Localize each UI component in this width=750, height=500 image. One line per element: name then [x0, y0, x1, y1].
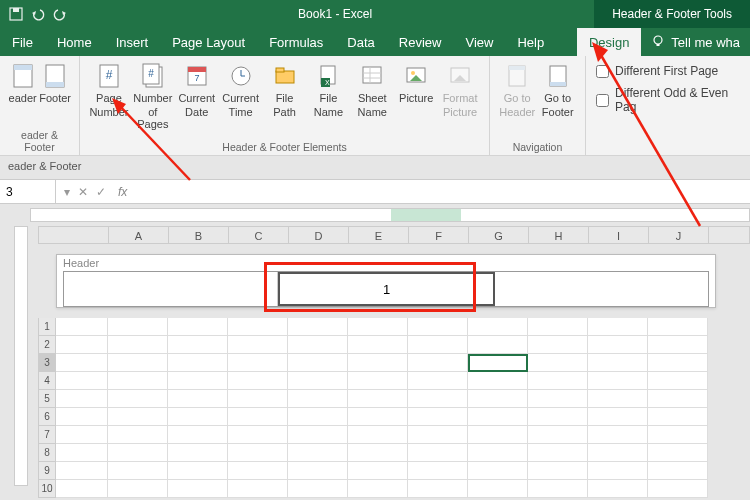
- svg-rect-21: [276, 71, 294, 83]
- current-time-button[interactable]: CurrentTime: [220, 60, 262, 139]
- undo-icon[interactable]: [30, 6, 46, 22]
- window-title: Book1 - Excel: [76, 7, 594, 21]
- dropdown-icon[interactable]: ▾: [64, 185, 70, 199]
- svg-rect-26: [363, 67, 381, 83]
- tab-page-layout[interactable]: Page Layout: [160, 28, 257, 56]
- tell-me[interactable]: Tell me wha: [641, 34, 750, 51]
- ribbon-tabs: File Home Insert Page Layout Formulas Da…: [0, 28, 750, 56]
- worksheet-area: ABCDEFGHIJ Header 1 12345678910: [0, 204, 750, 500]
- header-right[interactable]: [495, 272, 708, 306]
- tab-data[interactable]: Data: [335, 28, 386, 56]
- different-first-page-checkbox[interactable]: Different First Page: [596, 64, 740, 78]
- file-path-button[interactable]: FilePath: [264, 60, 306, 139]
- title-bar: Book1 - Excel Header & Footer Tools: [0, 0, 750, 28]
- name-box[interactable]: 3: [0, 180, 56, 203]
- tab-view[interactable]: View: [453, 28, 505, 56]
- goto-header-button: Go toHeader: [498, 60, 537, 139]
- tab-formulas[interactable]: Formulas: [257, 28, 335, 56]
- tab-design[interactable]: Design: [577, 28, 641, 56]
- file-name-button[interactable]: XFileName: [307, 60, 349, 139]
- group-options: Different First Page Different Odd & Eve…: [586, 56, 750, 155]
- svg-point-4: [654, 36, 662, 44]
- svg-rect-16: [188, 67, 206, 72]
- svg-point-31: [411, 71, 415, 75]
- tab-help[interactable]: Help: [505, 28, 556, 56]
- ribbon-sublabel: eader & Footer: [0, 156, 750, 180]
- ribbon: eader Footer eader & Footer #PageNumber …: [0, 56, 750, 156]
- svg-rect-5: [657, 44, 660, 46]
- save-icon[interactable]: [8, 6, 24, 22]
- row-headers[interactable]: 12345678910: [38, 318, 56, 498]
- annotation-red-box: [264, 262, 476, 312]
- svg-rect-36: [509, 66, 525, 70]
- svg-rect-7: [14, 65, 32, 70]
- svg-text:#: #: [106, 68, 113, 82]
- header-left[interactable]: [64, 272, 278, 306]
- format-picture-button: FormatPicture: [439, 60, 481, 139]
- tab-home[interactable]: Home: [45, 28, 104, 56]
- horizontal-ruler: [30, 208, 750, 222]
- column-headers[interactable]: ABCDEFGHIJ: [38, 226, 750, 244]
- redo-icon[interactable]: [52, 6, 68, 22]
- header-button[interactable]: eader: [8, 60, 37, 127]
- group-header-footer: eader Footer eader & Footer: [0, 56, 80, 155]
- svg-rect-22: [276, 68, 284, 72]
- enter-icon[interactable]: ✓: [96, 185, 106, 199]
- sheet-name-button[interactable]: SheetName: [351, 60, 393, 139]
- svg-rect-38: [550, 82, 566, 86]
- fx-label[interactable]: fx: [114, 185, 131, 199]
- tab-review[interactable]: Review: [387, 28, 454, 56]
- group-header-footer-elements: #PageNumber #Numberof Pages 7CurrentDate…: [80, 56, 490, 155]
- vertical-ruler: [14, 226, 28, 486]
- page-number-button[interactable]: #PageNumber: [88, 60, 130, 139]
- group-navigation: Go toHeader Go toFooter Navigation: [490, 56, 586, 155]
- tab-file[interactable]: File: [0, 28, 45, 56]
- svg-rect-1: [13, 8, 19, 12]
- cancel-icon[interactable]: ✕: [78, 185, 88, 199]
- current-date-button[interactable]: 7CurrentDate: [176, 60, 218, 139]
- picture-button[interactable]: Picture: [395, 60, 437, 139]
- tab-insert[interactable]: Insert: [104, 28, 161, 56]
- goto-footer-button[interactable]: Go toFooter: [539, 60, 578, 139]
- formula-bar: 3 ▾ ✕ ✓ fx: [0, 180, 750, 204]
- contextual-tools-label: Header & Footer Tools: [594, 0, 750, 28]
- svg-rect-9: [46, 82, 64, 87]
- lightbulb-icon: [651, 34, 665, 51]
- svg-text:7: 7: [194, 73, 199, 83]
- number-of-pages-button[interactable]: #Numberof Pages: [132, 60, 174, 139]
- different-odd-even-checkbox[interactable]: Different Odd & Even Pag: [596, 86, 740, 114]
- svg-text:#: #: [148, 68, 154, 79]
- footer-button[interactable]: Footer: [39, 60, 71, 127]
- svg-text:X: X: [325, 79, 330, 86]
- cell-grid[interactable]: [56, 318, 716, 498]
- selected-cell: [468, 354, 528, 372]
